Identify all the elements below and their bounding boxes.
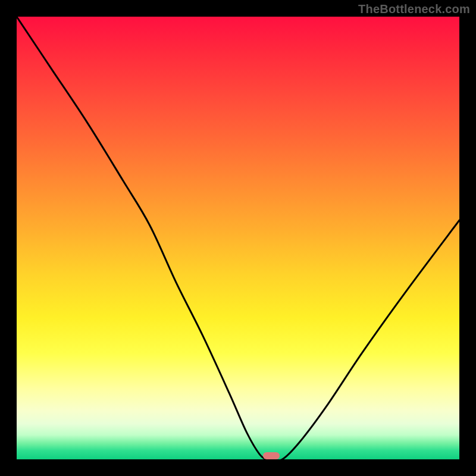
plot-area — [17, 17, 459, 459]
watermark-text: TheBottleneck.com — [358, 2, 470, 16]
optimum-marker-icon — [263, 452, 280, 459]
curve-path — [17, 17, 459, 459]
chart-frame: TheBottleneck.com — [0, 0, 476, 476]
bottleneck-curve — [17, 17, 459, 459]
